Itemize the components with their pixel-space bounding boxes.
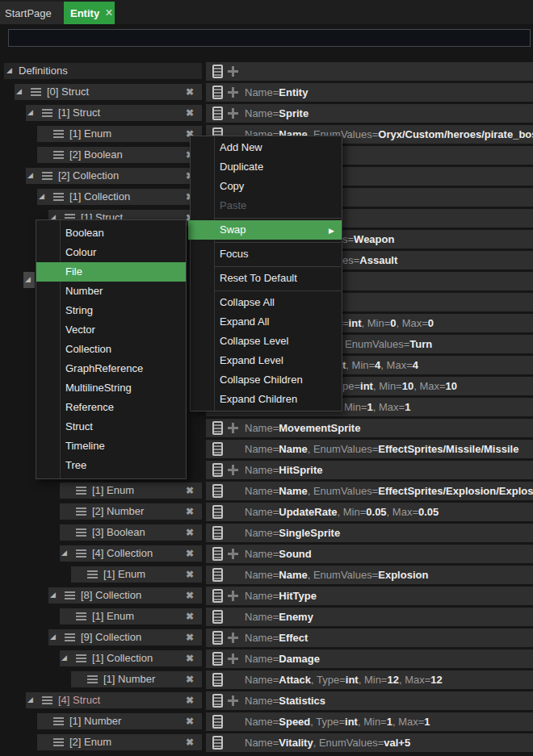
- delete-icon[interactable]: ✖: [186, 545, 194, 562]
- property-row[interactable]: Name=Statistics: [206, 691, 533, 710]
- expander-icon[interactable]: ◢: [27, 109, 33, 116]
- menu-item-number[interactable]: Number: [36, 282, 186, 301]
- drag-handle-icon[interactable]: [87, 675, 98, 684]
- tree-root-definitions[interactable]: ◢Definitions: [4, 63, 202, 79]
- tree-item[interactable]: ◢[1] Collection✖: [60, 650, 202, 666]
- drag-handle-icon[interactable]: [53, 129, 64, 139]
- add-icon[interactable]: [228, 465, 238, 475]
- tree-item[interactable]: [1] Enum✖: [37, 126, 202, 142]
- expander-icon[interactable]: ◢: [6, 67, 12, 74]
- property-row[interactable]: Name=HitSprite: [206, 461, 533, 479]
- menu-item-multilinestring[interactable]: MultilineString: [36, 378, 186, 398]
- expander-icon[interactable]: ◢: [50, 591, 56, 599]
- tree-item[interactable]: [1] Number✖: [71, 671, 202, 687]
- property-row[interactable]: Name=Entity: [206, 83, 533, 102]
- property-row[interactable]: Name=Enemy: [206, 608, 533, 626]
- expander-icon[interactable]: ◢: [27, 696, 33, 704]
- menu-item-vector[interactable]: Vector: [36, 320, 186, 340]
- menu-item-add-new[interactable]: Add New: [191, 138, 342, 157]
- menu-item-duplicate[interactable]: Duplicate: [191, 157, 342, 177]
- add-icon[interactable]: [228, 591, 238, 601]
- delete-icon[interactable]: ✖: [186, 713, 194, 729]
- delete-icon[interactable]: ✖: [186, 629, 194, 645]
- drag-handle-icon[interactable]: [65, 591, 75, 600]
- drag-handle-icon[interactable]: [76, 612, 86, 621]
- menu-item-collection[interactable]: Collection: [36, 340, 186, 359]
- drag-handle-icon[interactable]: [65, 633, 75, 642]
- property-row[interactable]: Name=Attack, Type=int, Min=12, Max=12: [206, 670, 533, 689]
- delete-icon[interactable]: ✖: [186, 608, 194, 624]
- drag-handle-icon[interactable]: [87, 570, 98, 579]
- menu-item-timeline[interactable]: Timeline: [36, 436, 186, 456]
- tree-item[interactable]: ◢[9] Collection✖: [48, 629, 202, 645]
- menu-item-struct[interactable]: Struct: [36, 417, 186, 436]
- menu-item-file[interactable]: File: [36, 262, 186, 282]
- menu-item-colour[interactable]: Colour: [36, 243, 186, 262]
- add-icon[interactable]: [228, 654, 238, 664]
- menu-item-string[interactable]: String: [36, 301, 186, 320]
- delete-icon[interactable]: ✖: [186, 734, 194, 750]
- expander-icon[interactable]: ◢: [61, 654, 67, 662]
- menu-item-reference[interactable]: Reference: [36, 398, 186, 417]
- tab-startpage[interactable]: StartPage: [0, 2, 64, 24]
- property-row[interactable]: Name=Name, EnumValues=EffectSprites/Miss…: [206, 440, 533, 458]
- drag-handle-icon[interactable]: [53, 716, 64, 726]
- delete-icon[interactable]: ✖: [186, 587, 194, 604]
- property-row[interactable]: Name=Name, EnumValues=Explosion: [206, 566, 533, 584]
- expander-icon[interactable]: ◢: [16, 88, 22, 95]
- tree-item[interactable]: [2] Enum✖: [37, 734, 202, 750]
- tree-item[interactable]: [1] Enum✖: [60, 482, 202, 499]
- menu-item-tree[interactable]: Tree: [36, 456, 186, 475]
- property-row[interactable]: Name=Damage: [206, 649, 533, 668]
- tab-entity[interactable]: Entity ×: [64, 2, 115, 24]
- add-icon[interactable]: [228, 695, 238, 706]
- drag-handle-icon[interactable]: [42, 695, 52, 705]
- tree-item[interactable]: [1] Number✖: [37, 713, 202, 729]
- property-row[interactable]: Name=HitType: [206, 587, 533, 605]
- menu-item-expand-level[interactable]: Expand Level: [191, 351, 342, 370]
- drag-handle-icon[interactable]: [76, 549, 86, 558]
- delete-icon[interactable]: ✖: [186, 84, 194, 100]
- tree-item[interactable]: [2] Boolean✖: [37, 147, 202, 163]
- property-row[interactable]: Name=Name, EnumValues=EffectSprites/Expl…: [206, 482, 533, 500]
- menu-item-boolean[interactable]: Boolean: [36, 223, 186, 243]
- property-row[interactable]: Name=Speed, Type=int, Min=1, Max=1: [206, 712, 533, 731]
- tree-item[interactable]: ◢[0] Struct✖: [15, 84, 202, 100]
- menu-item-reset-to-default[interactable]: Reset To Default: [191, 269, 342, 288]
- property-row[interactable]: Name=SingleSprite: [206, 524, 533, 542]
- add-icon[interactable]: [228, 549, 238, 559]
- delete-icon[interactable]: ✖: [186, 105, 194, 121]
- add-icon[interactable]: [228, 87, 238, 98]
- property-row[interactable]: Name=Effect: [206, 629, 533, 647]
- expander-icon[interactable]: ◢: [50, 633, 56, 641]
- add-icon[interactable]: [228, 423, 238, 433]
- menu-item-swap[interactable]: Swap▶: [188, 220, 342, 240]
- menu-item-focus[interactable]: Focus: [191, 244, 342, 264]
- drag-handle-icon[interactable]: [42, 108, 52, 118]
- property-row[interactable]: Name=MovementSprite: [206, 419, 533, 437]
- drag-handle-icon[interactable]: [76, 528, 86, 537]
- delete-icon[interactable]: ✖: [186, 482, 194, 499]
- tree-item[interactable]: [1] Enum✖: [71, 566, 202, 583]
- add-icon[interactable]: [228, 66, 238, 77]
- drag-handle-icon[interactable]: [76, 507, 86, 516]
- menu-item-graphreference[interactable]: GraphReference: [36, 359, 186, 378]
- delete-icon[interactable]: ✖: [186, 692, 194, 708]
- tree-item[interactable]: [2] Number✖: [60, 503, 202, 520]
- menu-item-collapse-all[interactable]: Collapse All: [191, 293, 342, 312]
- hidden-row-expander[interactable]: ◢: [23, 272, 35, 288]
- tree-item[interactable]: ◢[8] Collection✖: [48, 587, 202, 604]
- property-row[interactable]: Name=Vitality, EnumValues=val+5: [206, 733, 533, 752]
- drag-handle-icon[interactable]: [53, 737, 64, 747]
- menu-item-expand-children[interactable]: Expand Children: [191, 390, 342, 409]
- tree-item[interactable]: ◢[4] Struct✖: [26, 692, 202, 708]
- delete-icon[interactable]: ✖: [186, 650, 194, 666]
- expander-icon[interactable]: ◢: [61, 549, 67, 557]
- drag-handle-icon[interactable]: [76, 654, 86, 663]
- menu-item-expand-all[interactable]: Expand All: [191, 312, 342, 332]
- drag-handle-icon[interactable]: [31, 87, 41, 97]
- expander-icon[interactable]: ◢: [27, 172, 33, 179]
- delete-icon[interactable]: ✖: [186, 524, 194, 541]
- tab-close-icon[interactable]: ×: [105, 6, 112, 19]
- menu-item-collapse-level[interactable]: Collapse Level: [191, 332, 342, 351]
